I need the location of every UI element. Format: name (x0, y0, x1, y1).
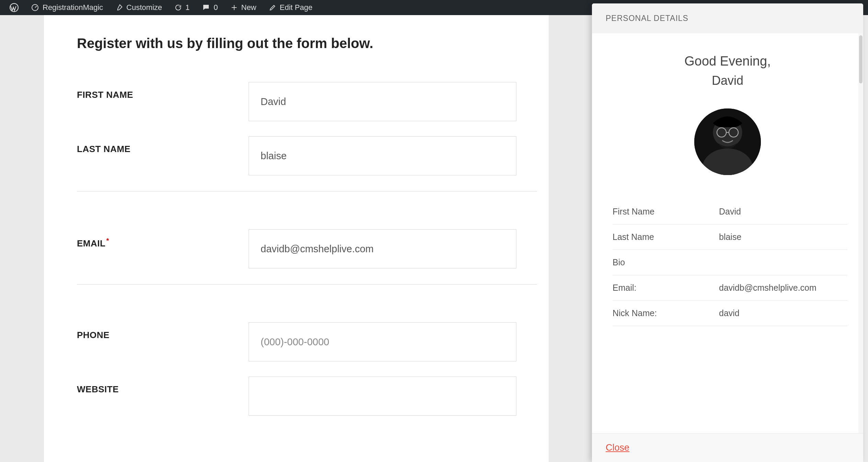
updates-menu[interactable]: 1 (168, 0, 196, 15)
customize-menu[interactable]: Customize (109, 0, 168, 15)
detail-row: First NameDavid (613, 199, 847, 224)
site-name-menu[interactable]: RegistrationMagic (25, 0, 109, 15)
wp-logo-menu[interactable] (3, 0, 25, 15)
last-name-label: LAST NAME (77, 136, 249, 154)
edit-page-label: Edit Page (280, 3, 312, 12)
first-name-input[interactable] (249, 82, 516, 121)
detail-value: David (719, 207, 847, 217)
panel-title: PERSONAL DETAILS (592, 3, 863, 33)
detail-key: Last Name (613, 232, 719, 242)
content-card: Register with us by filling out the form… (44, 15, 549, 462)
detail-row: Nick Name:david (613, 301, 847, 326)
detail-row: Bio (613, 250, 847, 275)
email-label: EMAIL* (77, 229, 249, 249)
customize-label: Customize (126, 3, 162, 12)
last-name-row: LAST NAME (77, 136, 514, 175)
greeting-text: Good Evening, (592, 54, 863, 69)
comment-icon (202, 3, 210, 12)
website-label: WEBSITE (77, 377, 249, 395)
panel-scrollbar[interactable] (858, 33, 863, 433)
edit-page-menu[interactable]: Edit Page (263, 0, 319, 15)
phone-label: PHONE (77, 322, 249, 340)
greeting-name: David (592, 73, 863, 88)
phone-row: PHONE (77, 322, 514, 361)
site-name-label: RegistrationMagic (43, 3, 103, 12)
detail-key: Bio (613, 257, 719, 267)
detail-value (719, 257, 847, 267)
first-name-label: FIRST NAME (77, 82, 249, 100)
new-content-menu[interactable]: New (224, 0, 263, 15)
detail-key: First Name (613, 207, 719, 217)
detail-value: davidb@cmshelplive.com (719, 283, 847, 293)
first-name-row: FIRST NAME (77, 82, 514, 121)
last-name-input[interactable] (249, 136, 516, 175)
email-input[interactable] (249, 229, 516, 268)
detail-value: david (719, 308, 847, 318)
panel-scroll-thumb[interactable] (859, 35, 863, 83)
email-label-text: EMAIL (77, 238, 105, 249)
dashboard-icon (31, 3, 39, 12)
pencil-icon (269, 4, 276, 11)
brush-icon (115, 4, 123, 11)
email-row: EMAIL* (77, 229, 514, 268)
refresh-icon (174, 4, 182, 11)
website-input[interactable] (249, 377, 516, 416)
detail-row: Email:davidb@cmshelplive.com (613, 275, 847, 301)
close-link[interactable]: Close (606, 442, 629, 453)
plus-icon (230, 4, 238, 11)
panel-body: Good Evening, David First NameDavidLast … (592, 33, 863, 433)
detail-row: Last Nameblaise (613, 224, 847, 250)
phone-input[interactable] (249, 322, 516, 361)
form-heading: Register with us by filling out the form… (77, 36, 514, 51)
wordpress-logo-icon (10, 3, 19, 12)
required-mark: * (106, 237, 109, 244)
new-label: New (241, 3, 256, 12)
comments-menu[interactable]: 0 (196, 0, 224, 15)
avatar (694, 108, 761, 175)
detail-list: First NameDavidLast NameblaiseBioEmail:d… (613, 199, 847, 326)
personal-details-panel: PERSONAL DETAILS Good Evening, David (592, 3, 863, 462)
comments-count: 0 (214, 3, 218, 12)
detail-key: Nick Name: (613, 308, 719, 318)
detail-value: blaise (719, 232, 847, 242)
avatar-container (592, 108, 863, 175)
website-row: WEBSITE (77, 377, 514, 416)
updates-count: 1 (185, 3, 190, 12)
detail-key: Email: (613, 283, 719, 293)
panel-footer: Close (592, 433, 863, 462)
